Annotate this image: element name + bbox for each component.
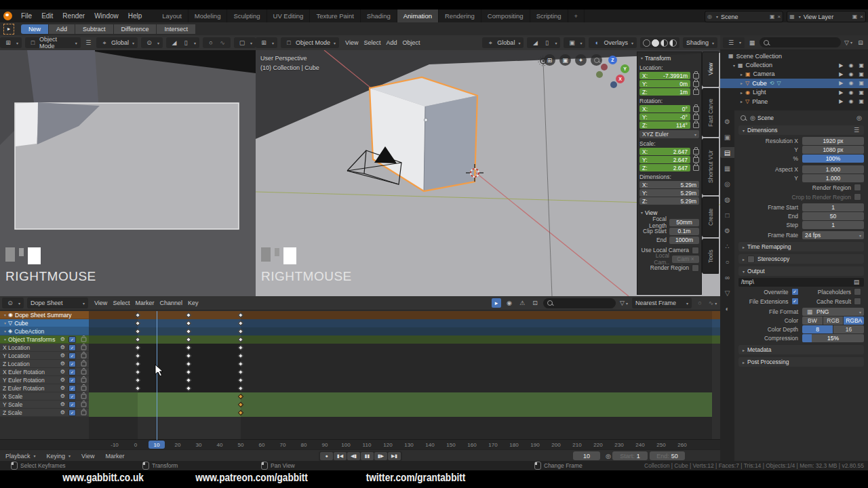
channel-x-euler-rotation[interactable]: X Euler Rotation⚙✓ — [0, 368, 89, 376]
prev-keyframe-button[interactable]: ◀▮ — [347, 452, 360, 460]
menu-render[interactable]: Render — [58, 9, 90, 22]
enable-checkbox[interactable]: ✓ — [68, 377, 76, 384]
shading-dropdown[interactable]: Shading▾ — [683, 37, 717, 48]
orientation-dropdown[interactable]: ⌖ Global▾ — [482, 37, 524, 48]
lock-icon[interactable] — [81, 369, 87, 374]
lock-icon[interactable] — [81, 361, 87, 366]
presets-icon[interactable]: ☰ — [852, 125, 861, 135]
channel-x-location[interactable]: X Location⚙✓ — [0, 344, 89, 352]
display-mode-icon[interactable]: ▦ — [747, 38, 757, 47]
tab-rendering[interactable]: Rendering — [439, 9, 481, 22]
render-visibility-icon[interactable]: ▣ — [859, 89, 864, 96]
color-option-rgb[interactable]: RGB — [823, 317, 844, 325]
dimensionsz-field[interactable]: Z:5.29m — [639, 197, 699, 205]
current-frame-indicator[interactable]: 10 — [149, 441, 165, 449]
falloff-dropdown[interactable]: ∿▾ — [708, 298, 717, 308]
tab-layout[interactable]: Layout — [156, 9, 189, 22]
properties-tab-scene[interactable]: ◎ — [720, 178, 734, 189]
expand-icon[interactable]: ▸ — [741, 99, 743, 104]
close-icon[interactable]: × — [778, 14, 781, 20]
record-button[interactable]: ● — [320, 452, 333, 460]
camera-view-icon[interactable]: ▣ — [559, 54, 571, 66]
channel-z-scale[interactable]: Z Scale⚙✓ — [0, 409, 89, 417]
menu-file[interactable]: File — [16, 9, 37, 22]
marker-box-icon[interactable]: ⊡ — [530, 298, 540, 308]
render-visibility-icon[interactable]: ▣ — [859, 62, 864, 68]
select-box-tool-icon[interactable]: ▸ — [3, 24, 14, 35]
difference-button[interactable]: Difference — [114, 24, 157, 34]
output-panel-header[interactable]: ▾ Output — [738, 266, 864, 276]
sidebar-tab-shortcut-vur[interactable]: Shortcut VUr — [702, 138, 719, 195]
enable-checkbox[interactable]: ✓ — [68, 409, 76, 416]
modifier-icon[interactable]: ⚙ — [60, 377, 65, 383]
local-camera-field[interactable]: Cam × — [672, 256, 699, 263]
enable-checkbox[interactable]: ✓ — [68, 401, 76, 408]
lock-icon[interactable] — [81, 410, 87, 415]
mode-dropdown[interactable]: □ Object Mode▾ — [25, 37, 81, 48]
expand-icon[interactable]: ▾ — [4, 321, 6, 325]
editor-type-button[interactable]: ⊞▾ — [0, 37, 22, 48]
modifier-icon[interactable]: ⚙ — [60, 409, 65, 415]
lock-icon[interactable] — [693, 106, 699, 112]
view-layer-selector[interactable]: ▦▾ View Layer ▣ × — [787, 11, 866, 22]
sidebar-tab-fast-carve[interactable]: Fast Carve — [702, 88, 719, 137]
snap-dropdown[interactable]: ◢▯▾ — [527, 37, 560, 48]
focal-length-field[interactable]: 50mm — [669, 219, 699, 226]
expand-icon[interactable]: ▾ — [4, 329, 6, 333]
depth-option-8[interactable]: 8 — [802, 325, 833, 333]
color-option-bw[interactable]: BW — [802, 317, 823, 325]
channel-y-location[interactable]: Y Location⚙✓ — [0, 352, 89, 360]
solid-shading-icon[interactable] — [652, 39, 659, 47]
modifier-icon[interactable]: ⚙ — [60, 369, 65, 375]
snap-dropdown[interactable]: ◢▯▾ — [166, 37, 199, 48]
locationx-field[interactable]: X:-7.3991m — [639, 72, 690, 79]
expand-icon[interactable]: ▸ — [741, 90, 743, 95]
lock-icon[interactable] — [81, 394, 87, 399]
lock-icon[interactable] — [81, 402, 87, 407]
menu-playback[interactable]: Playback▾ — [0, 453, 41, 460]
properties-tab-tool[interactable]: ⚙ — [720, 116, 734, 127]
intersect-button[interactable]: Intersect — [157, 24, 195, 34]
locationz-field[interactable]: Z:1m — [639, 88, 690, 96]
channel-x-scale[interactable]: X Scale⚙✓ — [0, 392, 89, 401]
select-arrow-icon[interactable]: ▶ — [839, 89, 843, 96]
end-field[interactable]: 1000m — [669, 237, 699, 244]
keyframe-area[interactable] — [0, 311, 720, 417]
eye-visibility-icon[interactable]: ◉ — [848, 89, 853, 96]
menu-view[interactable]: View — [76, 453, 100, 460]
lock-icon[interactable] — [81, 386, 87, 390]
properties-tab-material[interactable]: ◐ — [720, 303, 734, 314]
use-local-camera-checkbox[interactable] — [692, 247, 699, 254]
perspective-toggle-icon[interactable]: ⊞ — [544, 54, 555, 66]
filter-icon[interactable]: ▽▾ — [619, 298, 629, 308]
rotationx-field[interactable]: X:0° — [639, 105, 690, 113]
properties-tab-world[interactable]: ◍ — [720, 194, 734, 205]
modifier-icon[interactable]: ⚙ — [60, 361, 65, 367]
frame-end-field[interactable]: End:50 — [650, 451, 685, 460]
menu-select[interactable]: Select — [361, 39, 383, 46]
select-arrow-icon[interactable]: ▶ — [839, 98, 843, 104]
menu-view[interactable]: View — [342, 39, 361, 46]
eye-visibility-icon[interactable]: ◉ — [848, 71, 853, 77]
crop-render-region-checkbox[interactable] — [854, 193, 861, 201]
proportional-edit-icon[interactable]: ○ — [695, 298, 705, 308]
menu-channel[interactable]: Channel — [157, 300, 185, 306]
tab-uv-editing[interactable]: UV Editing — [267, 9, 311, 22]
eye-visibility-icon[interactable]: ◉ — [848, 62, 853, 68]
channel-z-location[interactable]: Z Location⚙✓ — [0, 360, 89, 368]
properties-tab-render[interactable]: ▣ — [720, 131, 734, 142]
channel-z-euler-rotation[interactable]: Z Euler Rotation⚙✓ — [0, 384, 89, 392]
lock-icon[interactable] — [693, 81, 699, 87]
tab-modeling[interactable]: Modeling — [189, 9, 228, 22]
enable-checkbox[interactable]: ✓ — [68, 352, 76, 359]
enable-checkbox[interactable]: ✓ — [68, 361, 76, 367]
modifier-icon[interactable]: ⚙ — [60, 344, 65, 350]
scene-selector[interactable]: ◎▾ Scene ▣ × — [705, 11, 783, 22]
only-selected-filter-icon[interactable]: ▸ — [492, 298, 501, 308]
modifier-icon[interactable]: ⚙ — [60, 393, 65, 399]
current-frame-field[interactable]: 10 — [573, 451, 600, 460]
proportional-edit-dropdown[interactable]: ○∿ — [203, 37, 231, 48]
outliner-row-light[interactable]: ▸◉Light▶◉▣ — [720, 88, 868, 97]
end-field[interactable]: 50 — [802, 212, 864, 220]
y-field[interactable]: 1.000 — [802, 174, 864, 182]
